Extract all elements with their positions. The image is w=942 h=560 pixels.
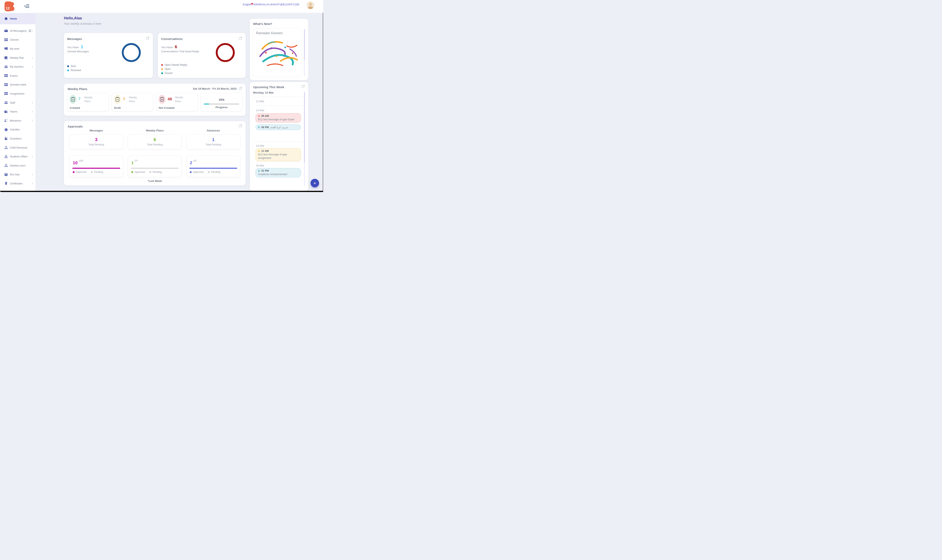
day-label: 15 Mar [256,144,264,147]
add-button[interactable]: + [311,179,319,187]
event-chip-announcement[interactable]: 01 PM Academic Announcement [256,168,301,177]
sidebar-item-label: Classes [10,38,19,41]
approvals-card: Approvals Messages 3 Total Pending 10 /1… [64,121,246,185]
sidebar-item-teams[interactable]: Teams [0,107,35,116]
messages-card: Messages You Have 1 Unread Messages Sent… [64,33,153,78]
sidebar-item-my-work[interactable]: My work [0,44,35,53]
created-count: 7 [78,97,80,101]
legend-approved: Approved [190,171,203,174]
event-chip-exam[interactable]: 09 AM B12 test message of type Exam [256,113,301,123]
draft-count: 3 [123,97,125,101]
sidebar-item-my-teachers[interactable]: My teachers [0,62,35,71]
event-time: 06 PM [261,126,269,129]
legend-item-closed: Closed [161,72,187,75]
needs-reply-count: 6 [175,45,177,49]
event-dot [258,170,260,172]
sidebar-item-guardians[interactable]: Guardians [0,134,35,143]
event-chip-assignment[interactable]: 11 AM B12 test message of type assignmen… [256,148,301,161]
back-arrow-icon[interactable] [250,3,254,6]
sent-dot [67,65,69,67]
weekly-plans-created-stat: 7 WeeklyPlans Created [67,93,109,111]
sidebar-item-home[interactable]: Home [0,13,35,24]
progress-bar [204,103,239,105]
approved-bar [131,168,179,169]
avatar[interactable] [307,2,314,9]
day-label: 16 Mar [256,164,264,167]
legend-item-open: Open [161,68,187,71]
legend-pending: Pending [208,171,220,174]
greeting-block: Hello,Alaa Your weekly summary is here [64,16,102,25]
draft-label: Draft [114,106,121,109]
clipboard-check-icon [71,97,75,102]
mail-icon [4,29,8,32]
approved-total: /10* [79,160,83,162]
sidebar-item-activities[interactable]: Activities [0,125,35,134]
chevron-right-icon [31,156,33,157]
basketball-icon [4,128,8,131]
not-created-label: Not Created [159,106,175,109]
event-time: 01 PM [261,169,269,172]
conversations-donut-chart [216,43,235,62]
external-link-icon[interactable] [239,36,242,40]
whats-new-panel: What's New? Ramadan Kareem [250,19,308,80]
page-subtitle: Your weekly summary is here [64,22,102,25]
sidebar-item-child-dismissal[interactable]: Child Dismissal [0,143,35,152]
sidebar-item-label: Home [10,17,17,20]
sidebar-item-bus-trips[interactable]: Bus trips [0,170,35,179]
external-link-icon[interactable] [146,36,149,40]
home-icon [4,17,8,20]
event-dot [258,126,260,128]
open-needs-reply-dot [161,64,163,66]
event-time: 11 AM [261,149,269,152]
column-header: Weekly Plans [128,129,182,134]
column-header: Absences [186,129,240,134]
weekly-plans-draft-stat: 3 WeeklyPlans Draft [112,93,153,111]
event-chip-training[interactable]: 06 PMتدريب كرة القدم [256,125,301,130]
approved-count: 10 [73,160,77,165]
user-email[interactable]: DEMO\ALAA.BAKHIT@B12APP.COM [254,3,299,6]
approvals-column-absences: Absences 1 Total Pending 2 /2* Approved … [186,129,240,177]
legend-approved: Approved [131,171,145,174]
sidebar-item-students-affairs[interactable]: Students Affairs [0,152,35,161]
clipboard-x-icon [160,97,164,102]
ramadan-card[interactable]: Ramadan Kareem [253,28,302,77]
hamburger-menu-icon[interactable] [24,4,29,8]
clipboard-minus-icon [115,97,120,102]
upcoming-scrollbar[interactable] [304,92,305,186]
approved-count: 2 [190,160,192,165]
b12-logo[interactable]: 12 [5,2,13,11]
question-bank-grid-icon [4,83,8,86]
legend-pending: Pending [149,171,162,174]
sidebar-item-label: Assignments [10,92,24,95]
sidebar-item-label: Guardians [10,137,22,140]
messages-approved-card: 10 /10* Approved Pending [69,155,123,177]
legend-approved: Approved [73,171,86,174]
sidebar-item-deleted-users[interactable]: Deleted users [0,161,35,170]
sidebar-item-all-messages[interactable]: All Message(s) [0,26,35,35]
sidebar-item-question-bank[interactable]: Question bank [0,80,35,89]
chevron-right-icon [31,111,33,112]
whats-new-scrollbar[interactable] [304,29,305,76]
bus-icon [4,173,8,176]
external-link-icon[interactable] [239,86,242,90]
external-link-icon[interactable] [302,85,305,88]
pending-label: Total Pending [128,143,182,146]
sidebar-item-weekly-plan[interactable]: Weekly Plan [0,53,35,62]
org-tree-icon [4,146,8,149]
sidebar-item-classes[interactable]: Classes [0,35,35,45]
external-link-icon[interactable] [239,124,242,128]
sidebar-item-certificates[interactable]: Certificates [0,179,35,188]
plus-icon: + [313,180,316,186]
sidebar-item-assignments[interactable]: Assignments [0,89,35,98]
card-title: Messages [67,37,82,41]
unread-count: 1 [81,45,83,49]
ramadan-title: Ramadan Kareem [256,31,302,35]
upcoming-panel: Upcoming This Week Monday, 13 Mar 13 Mar… [250,82,308,191]
sidebar-item-exams[interactable]: Exams [0,71,35,80]
approvals-column-messages: Messages 3 Total Pending 10 /10* Approve… [69,129,123,177]
sidebar-item-staff[interactable]: Staff [0,98,35,107]
sidebar-item-behaviors[interactable]: Behaviors [0,116,35,125]
last-week-footnote: *Last Week [64,180,246,183]
weekly-plans-lines: WeeklyPlans [129,95,137,103]
weekly-plans-progress-stat: 15% Progress [201,93,242,111]
